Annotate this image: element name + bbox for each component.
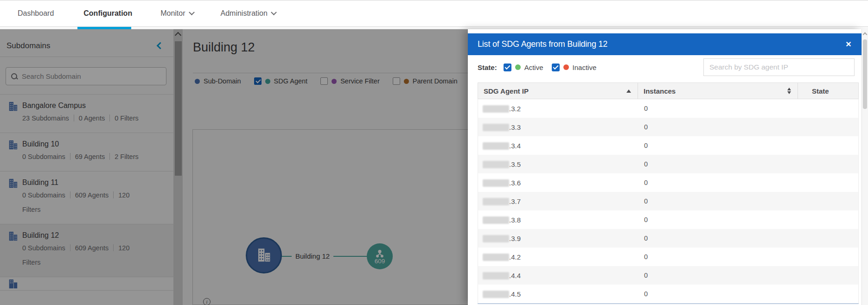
topology-canvas: Building 12 609 i — [192, 129, 494, 305]
subdomain-name: Building 10 — [22, 139, 166, 149]
instances-value: 0 — [638, 160, 798, 168]
table-row[interactable]: .3.7 0 — [478, 192, 858, 210]
chevron-down-icon — [271, 9, 277, 15]
stat-agents: 609 Agents — [75, 244, 109, 252]
top-nav: Dashboard Configuration Monitor Administ… — [0, 0, 868, 27]
redacted-ip-prefix — [483, 161, 509, 168]
sidebar-collapse-button[interactable] — [158, 43, 164, 50]
instances-value: 0 — [638, 272, 798, 279]
redacted-ip-prefix — [483, 254, 509, 261]
domain-node-building-12[interactable] — [246, 237, 282, 273]
subdomain-name: Building 12 — [22, 230, 166, 240]
legend-item-sdg-agent: SDG Agent — [254, 77, 308, 85]
table-row[interactable]: .3.6 0 — [478, 173, 858, 192]
inactive-state-checkbox[interactable] — [552, 64, 560, 71]
state-filter-group: State: Active Inactive — [478, 62, 601, 73]
table-row[interactable]: .3.8 0 — [478, 210, 858, 229]
table-row[interactable]: .3.5 0 — [478, 155, 858, 173]
legend-item-service-filter: Service Filter — [320, 77, 380, 85]
chevron-left-icon — [157, 42, 164, 50]
stat-separator — [109, 114, 110, 121]
ip-suffix: .3.8 — [509, 216, 521, 224]
redacted-ip-prefix — [483, 235, 509, 242]
sdg-agents-drawer: List of SDG Agents from Building 12 ✕ St… — [468, 29, 862, 305]
stat-separator — [74, 114, 74, 121]
scrollbar-thumb[interactable] — [863, 39, 867, 109]
subdomain-stats: 0 Subdomains69 Agents2 Filters — [22, 150, 141, 164]
info-icon[interactable]: i — [203, 298, 211, 305]
redacted-ip-prefix — [483, 124, 509, 131]
table-row[interactable]: .3.9 0 — [478, 229, 858, 248]
parent-domain-checkbox[interactable] — [393, 77, 400, 85]
parent-domain-dot-icon — [404, 79, 409, 84]
sidebar-item-bangalore-campus[interactable]: Bangalore Campus 23 Subdomains0 Agents0 … — [0, 94, 173, 133]
active-state-label: Active — [524, 64, 543, 71]
agents-cluster-icon — [375, 250, 384, 258]
nav-tab-dashboard[interactable]: Dashboard — [15, 0, 57, 27]
sidebar-item-partial[interactable] — [0, 277, 173, 291]
inactive-state-label: Inactive — [573, 64, 597, 71]
table-row[interactable]: .4.2 0 — [478, 248, 858, 266]
building-icon — [8, 102, 18, 112]
service-filter-checkbox[interactable] — [320, 77, 328, 85]
instances-value: 0 — [638, 142, 798, 149]
subdomains-sidebar: Subdomains Bangalore Campus 23 Subdomain… — [0, 29, 174, 305]
active-tab-underline — [77, 27, 131, 29]
stat-separator — [109, 153, 110, 160]
active-state-checkbox[interactable] — [504, 64, 511, 71]
stat-separator — [70, 191, 70, 198]
table-row[interactable]: .3.4 0 — [478, 136, 858, 155]
sidebar-item-building-10[interactable]: Building 10 0 Subdomains69 Agents2 Filte… — [0, 133, 173, 172]
active-status-dot-icon — [515, 64, 521, 70]
stat-filters: 2 Filters — [115, 153, 139, 160]
instances-value: 0 — [638, 253, 798, 261]
instances-value: 0 — [638, 235, 798, 242]
stat-separator — [113, 244, 114, 251]
table-row[interactable]: .3.3 0 — [478, 118, 858, 136]
drawer-header: List of SDG Agents from Building 12 ✕ — [468, 33, 862, 55]
search-icon — [11, 73, 18, 80]
building-icon — [8, 279, 18, 289]
scroll-up-arrow-icon[interactable] — [863, 32, 868, 37]
nav-tab-monitor[interactable]: Monitor — [158, 0, 196, 27]
column-header-state[interactable]: State — [798, 83, 859, 99]
legend-label: Service Filter — [340, 77, 380, 85]
sidebar-item-building-11[interactable]: Building 11 0 Subdomains609 Agents120 Fi… — [0, 172, 173, 224]
sidebar-item-building-12[interactable]: Building 12 0 Subdomains609 Agents120 Fi… — [0, 224, 173, 277]
table-row[interactable]: .4.5 0 — [478, 285, 858, 303]
inactive-status-dot-icon — [563, 64, 569, 70]
close-icon[interactable]: ✕ — [843, 39, 854, 50]
subdomain-search-input[interactable] — [22, 72, 161, 80]
content-scrollbar[interactable] — [174, 29, 183, 305]
sdg-agent-dot-icon — [265, 79, 270, 84]
window-scrollbar[interactable] — [862, 29, 868, 305]
nav-tab-configuration[interactable]: Configuration — [81, 0, 135, 27]
table-row[interactable]: .4.4 0 — [478, 266, 858, 285]
table-row[interactable]: .3.2 0 — [478, 99, 858, 118]
column-header-sdg-agent-ip[interactable]: SDG Agent IP — [478, 83, 638, 99]
legend-item-parent-domain: Parent Domain — [393, 77, 458, 85]
app-window: Dashboard Configuration Monitor Administ… — [0, 0, 868, 305]
column-header-instances[interactable]: Instances — [638, 83, 798, 99]
scrollbar-thumb[interactable] — [175, 41, 182, 176]
state-filter-label: State: — [478, 64, 497, 71]
stat-separator — [70, 153, 70, 160]
chevron-down-icon — [189, 9, 195, 15]
instances-value: 0 — [638, 290, 798, 298]
agent-ip-search-input[interactable] — [703, 58, 855, 76]
column-label: Instances — [644, 87, 676, 95]
subdomain-stats: 0 Subdomains609 Agents120 Filters — [22, 188, 141, 217]
nav-tab-administration[interactable]: Administration — [218, 0, 279, 27]
ip-suffix: .3.7 — [509, 197, 521, 205]
sort-both-icon — [787, 88, 791, 94]
subdomain-list: Bangalore Campus 23 Subdomains0 Agents0 … — [0, 94, 173, 291]
instances-value: 0 — [638, 123, 798, 131]
sdg-agents-node[interactable]: 609 — [367, 243, 393, 269]
legend-label: Parent Domain — [413, 77, 458, 85]
ip-suffix: .3.6 — [509, 179, 521, 187]
sdg-agent-checkbox[interactable] — [254, 77, 262, 85]
table-body: .3.2 0 .3.3 0 .3.4 0 .3.5 0 — [478, 99, 859, 303]
scroll-up-arrow-icon[interactable] — [175, 32, 181, 38]
stat-separator — [113, 191, 114, 198]
table-header-row: SDG Agent IP Instances State — [478, 83, 859, 99]
